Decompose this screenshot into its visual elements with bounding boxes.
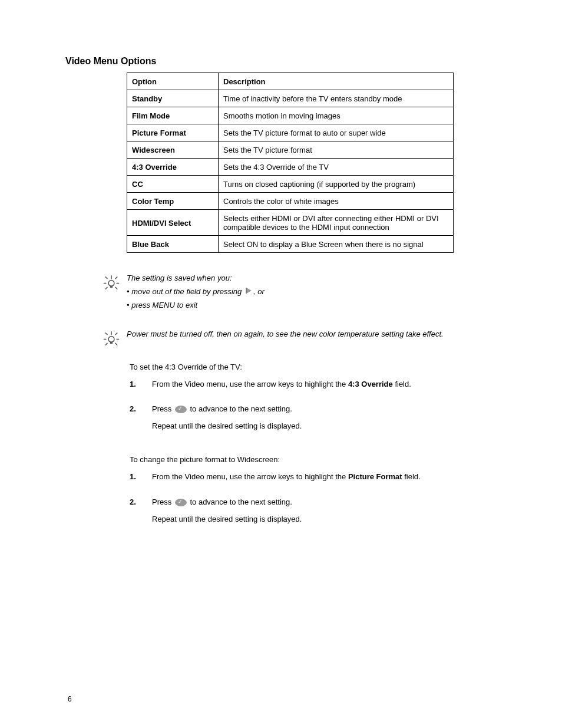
step-2-text-c: Repeat until the desired setting is disp… [152,421,500,432]
table-row: 4:3 OverrideSets the 4:3 Override of the… [127,159,454,176]
svg-line-16 [105,343,107,345]
svg-rect-1 [110,286,113,288]
tip-1-line1: The setting is saved when you: [127,274,232,282]
table-header-row: Option Description [127,73,454,90]
svg-line-15 [115,333,117,335]
step-2-text-b: to advance to the next setting. [188,404,292,413]
col-description: Description [219,73,454,90]
steps-override-intro: To set the 4:3 Override of the TV: [130,362,500,373]
steps-override: To set the 4:3 Override of the TV: 1. Fr… [130,362,500,438]
opt-desc: Time of inactivity before the TV enters … [219,90,454,107]
step-2-text-c: Repeat until the desired setting is disp… [152,514,500,525]
svg-line-14 [105,333,107,335]
table-row: StandbyTime of inactivity before the TV … [127,90,454,107]
step-2-text-a: Press [152,498,174,506]
svg-point-0 [108,281,114,286]
step-2: 2. Press to advance to the next setting.… [130,497,500,531]
step-1-text-c: field. [393,380,411,388]
steps-widescreen: To change the picture format to Widescre… [130,454,500,531]
ok-button-icon [175,406,187,413]
svg-line-8 [115,287,117,289]
table-row: Picture FormatSets the TV picture format… [127,124,454,141]
options-table: Option Description StandbyTime of inacti… [127,73,454,253]
step-1-text-c: field. [402,472,421,481]
lightbulb-icon [103,330,120,347]
opt-label: Color Temp [127,193,219,210]
tip-2-body: Power must be turned off, then on again,… [127,330,444,338]
opt-desc: Sets the TV picture format [219,141,454,159]
opt-desc: Smooths motion in moving images [219,107,454,124]
svg-line-5 [105,277,107,279]
opt-label: Film Mode [127,107,219,124]
step-number: 1. [130,472,141,489]
opt-label: HDMI/DVI Select [127,210,219,236]
tip-1-line3: • press MENU to exit [127,301,197,309]
table-row: CCTurns on closed captioning (if support… [127,176,454,193]
step-1: 1. From the Video menu, use the arrow ke… [130,472,500,489]
table-row: Color TempControls the color of white im… [127,193,454,210]
tip-1-line2b: , or [253,287,265,296]
step-number: 2. [130,497,141,531]
col-option: Option [127,73,219,90]
step-2: 2. Press to advance to the next setting.… [130,404,500,438]
right-arrow-icon [245,286,252,298]
opt-desc: Sets the 4:3 Override of the TV [219,159,454,176]
step-2-text-b: to advance to the next setting. [188,498,292,506]
steps-widescreen-intro: To change the picture format to Widescre… [130,454,500,466]
step-number: 1. [130,379,141,396]
opt-desc: Select ON to display a Blue Screen when … [219,236,454,253]
table-row: Film ModeSmooths motion in moving images [127,107,454,124]
opt-label: CC [127,176,219,193]
page-number: 6 [68,695,72,703]
table-row: Blue BackSelect ON to display a Blue Scr… [127,236,454,253]
opt-label: Picture Format [127,124,219,141]
opt-label: 4:3 Override [127,159,219,176]
opt-label: Standby [127,90,219,107]
tip-1-line2a: • move out of the field by pressing [127,287,244,296]
ok-button-icon [175,499,187,506]
section-heading: Video Menu Options [65,56,500,67]
tip-2-text: Power must be turned off, then on again,… [127,329,444,342]
opt-label: Widescreen [127,141,219,159]
step-1-text-a: From the Video menu, use the arrow keys … [152,472,348,481]
step-2-text-a: Press [152,404,174,413]
opt-label: Blue Back [127,236,219,253]
opt-desc: Controls the color of white images [219,193,454,210]
opt-desc: Selects either HDMI or DVI after connect… [219,210,454,236]
tip-1-text: The setting is saved when you: • move ou… [127,273,265,314]
svg-line-6 [115,277,117,279]
step-1-text-a: From the Video menu, use the arrow keys … [152,380,348,388]
svg-line-7 [105,287,107,289]
table-row: WidescreenSets the TV picture format [127,141,454,159]
svg-point-9 [108,336,114,342]
step-number: 2. [130,404,141,438]
table-row: HDMI/DVI SelectSelects either HDMI or DV… [127,210,454,236]
svg-rect-10 [110,341,113,344]
step-1: 1. From the Video menu, use the arrow ke… [130,379,500,396]
opt-desc: Turns on closed captioning (if supported… [219,176,454,193]
lightbulb-icon [103,274,120,291]
step-1-field: Picture Format [348,472,402,481]
svg-line-17 [115,343,117,345]
tip-1: The setting is saved when you: • move ou… [103,273,500,314]
tip-2: Power must be turned off, then on again,… [103,329,500,347]
step-1-field: 4:3 Override [348,380,393,388]
opt-desc: Sets the TV picture format to auto or su… [219,124,454,141]
